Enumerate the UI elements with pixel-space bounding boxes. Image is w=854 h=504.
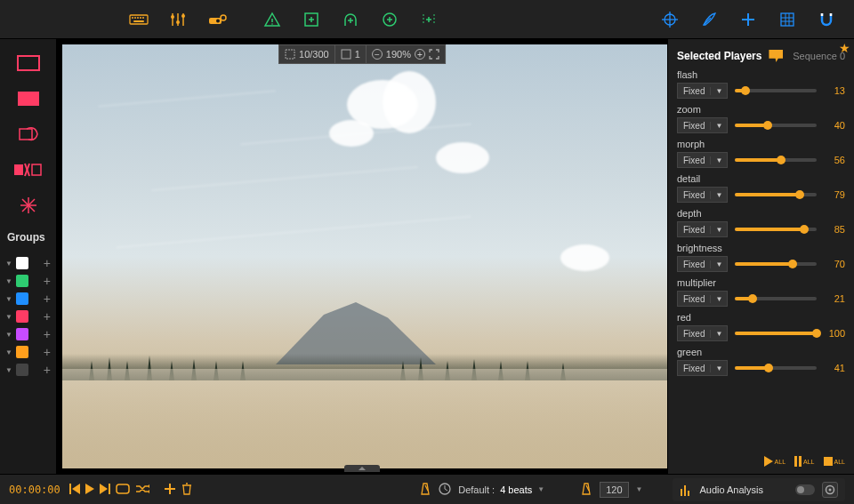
zoom-out-icon[interactable]: − xyxy=(372,49,383,60)
group-row[interactable]: ▼+ xyxy=(0,343,56,361)
feather-icon[interactable] xyxy=(699,10,719,29)
beat-preset-dropdown[interactable]: Default : 4 beats ▼ xyxy=(458,484,544,495)
param-slider[interactable] xyxy=(735,89,817,92)
clock-icon[interactable] xyxy=(439,483,451,497)
prev-icon[interactable] xyxy=(69,484,80,496)
plus-icon[interactable] xyxy=(738,10,758,29)
loop-icon[interactable] xyxy=(116,484,130,496)
bpm-chevron-icon[interactable]: ▼ xyxy=(636,485,643,493)
grid-icon[interactable] xyxy=(777,10,797,29)
fullscreen-icon[interactable] xyxy=(429,49,439,60)
keyboard-icon[interactable] xyxy=(129,10,149,29)
param-mode-dropdown[interactable]: Fixed▼ xyxy=(677,117,728,133)
crosshair-icon[interactable] xyxy=(660,10,680,29)
group-add-icon[interactable]: + xyxy=(44,363,51,377)
play-all-button[interactable]: ALL xyxy=(764,456,786,467)
timeline-handle[interactable] xyxy=(344,465,380,472)
param-mode-dropdown[interactable]: Fixed▼ xyxy=(677,187,728,203)
group-row[interactable]: ▼+ xyxy=(0,361,56,379)
rect-outline-tool[interactable] xyxy=(11,48,46,78)
param-slider[interactable] xyxy=(735,262,817,266)
chevron-down-icon[interactable]: ▼ xyxy=(5,366,12,374)
param-slider[interactable] xyxy=(735,297,817,300)
square-plus-icon[interactable] xyxy=(302,10,321,29)
audio-toggle[interactable] xyxy=(795,484,815,495)
sequence-counter[interactable]: 1 xyxy=(335,45,367,63)
group-row[interactable]: ▼+ xyxy=(0,325,56,343)
trash-icon[interactable] xyxy=(181,483,192,497)
chevron-down-icon[interactable]: ▼ xyxy=(5,331,12,339)
group-swatch[interactable] xyxy=(16,346,28,358)
param-slider[interactable] xyxy=(735,332,817,335)
circle-plus-icon[interactable] xyxy=(380,10,399,29)
chat-icon[interactable] xyxy=(769,50,783,62)
param-slider[interactable] xyxy=(735,124,817,127)
group-row[interactable]: ▼+ xyxy=(0,254,56,272)
sliders-icon[interactable] xyxy=(168,10,188,29)
zoom-control[interactable]: − 190% + xyxy=(367,45,445,63)
group-add-icon[interactable]: + xyxy=(44,256,51,270)
group-swatch[interactable] xyxy=(16,257,28,269)
param-mode-dropdown[interactable]: Fixed▼ xyxy=(677,325,728,341)
group-row[interactable]: ▼+ xyxy=(0,290,56,308)
chevron-down-icon[interactable]: ▼ xyxy=(5,277,12,285)
zoom-in-icon[interactable]: + xyxy=(415,49,425,60)
svg-rect-44 xyxy=(18,56,39,70)
pause-all-button[interactable]: ALL xyxy=(794,456,814,467)
param-slider[interactable] xyxy=(735,366,817,370)
group-swatch[interactable] xyxy=(16,275,28,287)
play-icon[interactable] xyxy=(85,484,94,496)
chevron-down-icon[interactable]: ▼ xyxy=(5,348,12,356)
spacer-plus-icon[interactable] xyxy=(419,10,439,29)
rect-fill-tool[interactable] xyxy=(11,84,46,114)
group-row[interactable]: ▼+ xyxy=(0,308,56,325)
shuffle-icon[interactable] xyxy=(135,484,149,496)
param-slider[interactable] xyxy=(735,193,817,196)
group-row[interactable]: ▼+ xyxy=(0,272,56,290)
magnet-icon[interactable] xyxy=(817,10,836,29)
param-mode-dropdown[interactable]: Fixed▼ xyxy=(677,221,728,237)
triangle-icon[interactable] xyxy=(262,10,282,29)
group-add-icon[interactable]: + xyxy=(44,327,51,341)
default-label: Default : xyxy=(458,484,495,495)
mask-tool[interactable] xyxy=(11,119,46,149)
bpm-input[interactable]: 120 xyxy=(600,482,628,498)
spark-tool[interactable] xyxy=(11,190,46,220)
pin-icon[interactable]: ★ xyxy=(839,41,850,55)
param-mode-dropdown[interactable]: Fixed▼ xyxy=(677,291,728,307)
param-slider[interactable] xyxy=(735,158,817,162)
param-mode-dropdown[interactable]: Fixed▼ xyxy=(677,83,728,99)
split-tool[interactable] xyxy=(11,155,46,185)
group-add-icon[interactable]: + xyxy=(44,309,51,324)
canvas-area[interactable]: 10/300 1 − 190% + xyxy=(57,39,667,474)
group-swatch[interactable] xyxy=(16,292,28,305)
metronome2-icon[interactable] xyxy=(580,482,592,498)
group-swatch[interactable] xyxy=(16,310,28,323)
param-slider[interactable] xyxy=(735,228,817,231)
group-add-icon[interactable]: + xyxy=(44,345,51,359)
panel-title[interactable]: Selected Players xyxy=(677,50,761,62)
param-value: 100 xyxy=(824,328,845,339)
frame-counter[interactable]: 10/300 xyxy=(279,45,335,63)
group-add-icon[interactable]: + xyxy=(44,274,51,288)
beats-value: 4 beats xyxy=(500,484,532,495)
chevron-down-icon[interactable]: ▼ xyxy=(5,313,12,321)
gear-icon[interactable] xyxy=(822,482,838,498)
param-mode-dropdown[interactable]: Fixed▼ xyxy=(677,360,728,376)
projector-icon[interactable] xyxy=(207,10,227,29)
param-mode-dropdown[interactable]: Fixed▼ xyxy=(677,256,728,272)
chevron-down-icon[interactable]: ▼ xyxy=(5,260,12,268)
stop-all-button[interactable]: ALL xyxy=(824,457,845,466)
group-add-icon[interactable]: + xyxy=(44,292,51,306)
metronome-icon[interactable] xyxy=(419,482,431,498)
group-swatch[interactable] xyxy=(16,364,28,376)
preview-canvas[interactable] xyxy=(62,44,667,468)
arch-plus-icon[interactable] xyxy=(341,10,360,29)
sequence-label[interactable]: Sequence 0 xyxy=(793,51,845,61)
add-icon[interactable] xyxy=(164,483,176,497)
param-mode-dropdown[interactable]: Fixed▼ xyxy=(677,152,728,168)
param-label: brightness xyxy=(677,243,845,253)
chevron-down-icon[interactable]: ▼ xyxy=(5,295,12,303)
next-icon[interactable] xyxy=(100,484,110,496)
group-swatch[interactable] xyxy=(16,328,28,340)
